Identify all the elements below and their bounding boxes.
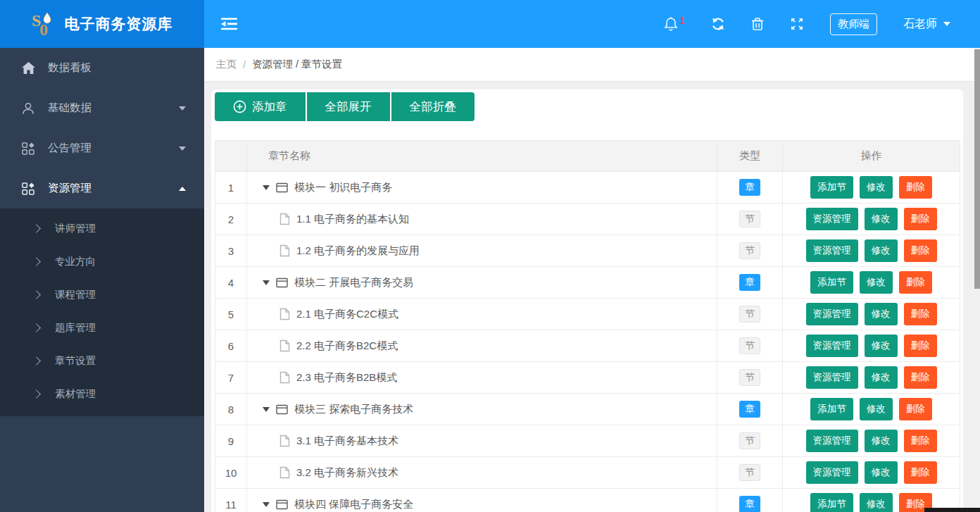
add-section-button[interactable]: 添加节 [810,176,853,199]
sidebar-item-major-direction[interactable]: 专业方向 [0,245,204,278]
top-bar: 1 [204,0,980,48]
caret-down-icon [179,146,186,154]
fullscreen-icon[interactable] [790,17,804,31]
manage-resources-button[interactable]: 资源管理 [806,461,858,484]
teacher-client-button[interactable]: 教师端 [830,13,877,35]
type-badge: 节 [739,337,760,354]
type-badge: 节 [739,369,760,386]
delete-button[interactable]: 删除 [904,239,937,262]
chevron-right-icon [32,356,41,366]
delete-button[interactable]: 删除 [899,176,932,199]
manage-resources-button[interactable]: 资源管理 [806,366,858,389]
type-badge: 节 [739,211,760,227]
edit-button[interactable]: 修改 [860,176,893,199]
chapter-name: 3.2 电子商务新兴技术 [296,466,398,480]
column-header-ops: 操作 [783,141,960,172]
refresh-icon[interactable] [711,17,725,31]
breadcrumb-home-link[interactable]: 主页 [216,58,237,71]
add-chapter-button[interactable]: 添加章 [215,92,306,121]
edit-button[interactable]: 修改 [860,398,893,420]
folder-icon [276,182,288,193]
sidebar-item-material-management[interactable]: 素材管理 [0,377,204,411]
delete-button[interactable]: 删除 [904,366,937,389]
sidebar-item-course-management[interactable]: 课程管理 [0,278,204,311]
edit-button[interactable]: 修改 [865,366,898,389]
chapter-name: 模块一 初识电子商务 [294,181,392,194]
manage-resources-button[interactable]: 资源管理 [806,430,858,452]
collapse-row-caret-icon[interactable] [263,185,270,194]
caret-down-icon [179,106,186,114]
delete-button[interactable]: 删除 [899,398,932,420]
sidebar-item-instructor-management[interactable]: 讲师管理 [0,212,204,245]
table-row: 6 2.2 电子商务B2C模式 节 资源管理修改删除 [215,330,960,362]
manage-resources-button[interactable]: 资源管理 [806,303,858,325]
collapse-row-caret-icon[interactable] [263,407,270,416]
vertical-scrollbar-thumb[interactable] [974,49,980,289]
document-icon [279,371,290,384]
chevron-right-icon [32,323,41,332]
sidebar-item-basic-data[interactable]: 基础数据 [0,88,204,128]
trash-icon[interactable] [751,17,764,31]
delete-button[interactable]: 删除 [904,335,937,357]
row-index: 9 [228,435,234,447]
sidebar-item-resource-management[interactable]: 资源管理 [0,168,204,208]
sidebar-item-announcements[interactable]: 公告管理 [0,128,204,168]
sidebar-item-chapter-settings[interactable]: 章节设置 [0,344,204,377]
main-content: 主页 / 资源管理 / 章节设置 添加章 [204,48,980,512]
document-icon [279,435,290,447]
chevron-right-icon [32,290,41,299]
sidebar-item-dashboard[interactable]: 数据看板 [0,48,204,88]
row-actions: 添加节修改删除 [783,176,960,199]
chapter-name: 2.3 电子商务B2B模式 [296,371,397,385]
expand-all-button[interactable]: 全部展开 [306,92,390,121]
folder-icon [276,277,288,288]
delete-button[interactable]: 删除 [904,208,937,230]
edit-button[interactable]: 修改 [865,208,898,230]
add-section-button[interactable]: 添加节 [810,398,853,420]
notification-bell-icon[interactable]: 1 [664,16,685,32]
type-badge: 章 [739,179,760,196]
collapse-row-caret-icon[interactable] [263,502,270,511]
chapter-name: 模块二 开展电子商务交易 [294,276,413,289]
delete-button[interactable]: 删除 [904,461,937,484]
edit-button[interactable]: 修改 [865,303,898,325]
add-section-button[interactable]: 添加节 [810,271,853,294]
delete-button[interactable]: 删除 [904,430,937,452]
chevron-down-icon [943,22,950,30]
row-actions: 资源管理修改删除 [783,461,960,484]
row-actions: 资源管理修改删除 [783,366,960,389]
chevron-right-icon [32,389,41,399]
user-menu[interactable]: 石老师 [903,17,950,32]
manage-resources-button[interactable]: 资源管理 [806,239,858,262]
collapse-all-button[interactable]: 全部折叠 [390,92,475,121]
sidebar-item-question-bank[interactable]: 题库管理 [0,311,204,344]
edit-button[interactable]: 修改 [865,239,898,262]
table-body: 1 模块一 初识电子商务 章 添加节修改删除 2 1.1 电子商务的基本认知 节… [215,172,960,512]
edit-button[interactable]: 修改 [865,461,898,484]
edit-button[interactable]: 修改 [860,493,893,512]
row-actions: 资源管理修改删除 [783,335,960,357]
plus-circle-icon [233,100,246,113]
manage-resources-button[interactable]: 资源管理 [806,335,858,357]
grid-icon [21,182,35,195]
row-actions: 资源管理修改删除 [783,208,960,230]
chevron-right-icon [32,224,41,233]
row-actions: 添加节修改删除 [783,271,960,294]
row-index: 10 [225,467,237,479]
collapse-menu-icon[interactable] [221,18,237,30]
edit-button[interactable]: 修改 [865,335,898,357]
row-index: 6 [228,340,234,352]
delete-button[interactable]: 删除 [899,271,932,294]
row-actions: 资源管理修改删除 [783,430,960,452]
add-section-button[interactable]: 添加节 [810,493,853,512]
edit-button[interactable]: 修改 [865,430,898,452]
collapse-row-caret-icon[interactable] [263,280,270,289]
horizontal-scrollbar-thumb[interactable] [924,508,980,512]
manage-resources-button[interactable]: 资源管理 [806,208,858,230]
vertical-scrollbar[interactable] [974,48,980,512]
app-window: S 0 电子商务资源库 [0,0,980,512]
delete-button[interactable]: 删除 [904,303,937,325]
grid-icon [21,142,35,155]
breadcrumb: 主页 / 资源管理 / 章节设置 [204,48,980,82]
edit-button[interactable]: 修改 [860,271,893,294]
